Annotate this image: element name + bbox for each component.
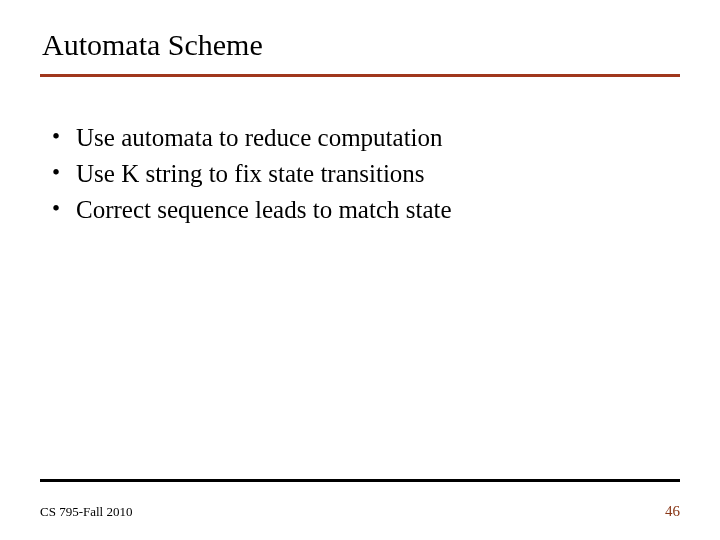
footer-left: CS 795-Fall 2010 <box>40 504 132 520</box>
page-number: 46 <box>665 503 680 520</box>
slide-title: Automata Scheme <box>40 28 680 62</box>
title-underline <box>40 74 680 77</box>
footer-rule <box>40 479 680 482</box>
bullet-list: Use automata to reduce computation Use K… <box>40 121 680 226</box>
list-item: Use K string to fix state transitions <box>46 157 680 191</box>
list-item: Correct sequence leads to match state <box>46 193 680 227</box>
footer: CS 795-Fall 2010 46 <box>40 503 680 520</box>
slide: Automata Scheme Use automata to reduce c… <box>0 0 720 540</box>
list-item: Use automata to reduce computation <box>46 121 680 155</box>
